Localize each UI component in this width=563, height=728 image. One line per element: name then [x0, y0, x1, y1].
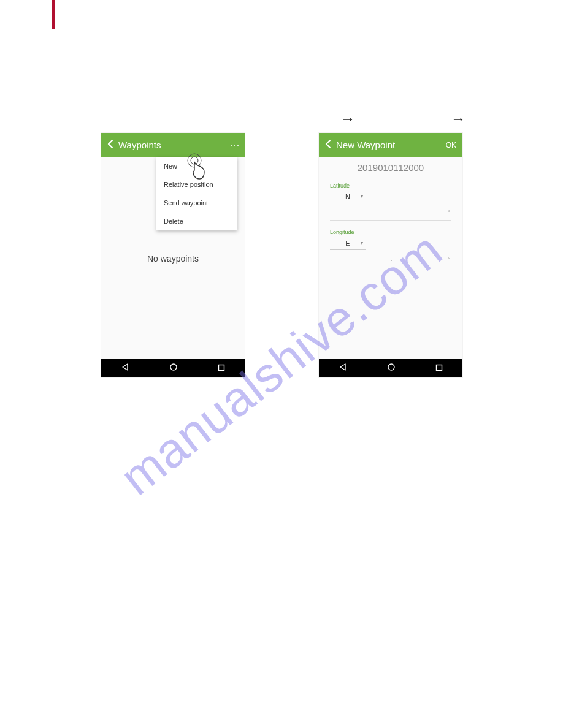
menu-item-send-waypoint[interactable]: Send waypoint [156, 194, 237, 212]
degree-symbol: ° [448, 256, 450, 262]
svg-point-4 [388, 364, 394, 370]
longitude-label: Longitude [330, 229, 451, 235]
longitude-direction-value: E [345, 240, 350, 247]
nav-back-icon[interactable] [339, 363, 347, 374]
header-accent-bar [52, 0, 55, 29]
app-header: Waypoints ⋮ [101, 133, 245, 157]
screenshot-waypoints: Waypoints ⋮ New Relative position Send w… [101, 133, 245, 377]
touch-pointer-icon [186, 152, 210, 181]
waypoint-name-field[interactable]: 2019010112000 [319, 157, 462, 176]
nav-home-icon[interactable] [169, 363, 178, 374]
chevron-down-icon: ▾ [361, 240, 363, 246]
latitude-input[interactable]: . ° [330, 207, 451, 221]
android-navbar [319, 359, 462, 377]
nav-back-icon[interactable] [121, 363, 129, 374]
menu-item-delete[interactable]: Delete [156, 212, 237, 230]
empty-state-text: No waypoints [101, 254, 245, 264]
longitude-direction-select[interactable]: E ▾ [330, 237, 366, 250]
nav-recent-icon[interactable] [218, 363, 225, 374]
latitude-direction-select[interactable]: N ▾ [330, 190, 366, 203]
back-icon[interactable] [107, 138, 113, 151]
android-navbar [101, 359, 245, 377]
ok-button[interactable]: OK [446, 141, 456, 150]
latitude-direction-value: N [345, 193, 350, 200]
svg-rect-5 [436, 365, 442, 371]
nav-home-icon[interactable] [387, 363, 396, 374]
app-header: New Waypoint OK [319, 133, 462, 157]
header-title: Waypoints [118, 140, 230, 150]
nav-recent-icon[interactable] [435, 363, 443, 374]
longitude-input[interactable]: . ° [330, 254, 451, 267]
screen-body: 2019010112000 Latitude N ▾ . ° Longitude… [319, 157, 462, 359]
latitude-label: Latitude [330, 183, 451, 189]
flow-arrow-2: → [451, 110, 465, 127]
coord-separator: . [391, 256, 393, 262]
screenshot-new-waypoint: New Waypoint OK 2019010112000 Latitude N… [319, 133, 462, 377]
svg-point-2 [170, 364, 177, 370]
header-title: New Waypoint [336, 140, 446, 150]
flow-arrow-1: → [340, 110, 355, 127]
coord-separator: . [391, 210, 393, 216]
form: Latitude N ▾ . ° Longitude E ▾ . ° [319, 176, 462, 267]
overflow-menu-icon[interactable]: ⋮ [229, 141, 240, 150]
chevron-down-icon: ▾ [361, 194, 363, 199]
degree-symbol: ° [448, 210, 450, 216]
back-icon[interactable] [325, 138, 331, 151]
screen-body: New Relative position Send waypoint Dele… [101, 157, 245, 359]
svg-rect-3 [218, 365, 224, 371]
